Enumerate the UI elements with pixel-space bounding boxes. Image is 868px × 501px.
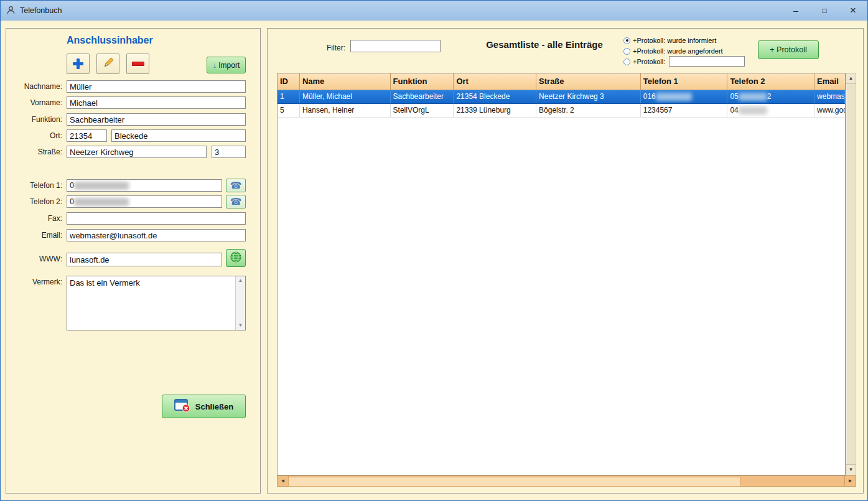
maximize-button[interactable]: □ — [810, 1, 839, 20]
email-field[interactable] — [67, 229, 246, 241]
vermerk-label: Vermerk: — [6, 278, 62, 286]
cell-strasse: Bögelstr. 2 — [536, 104, 641, 117]
protokoll-option-informiert[interactable]: +Protokoll: wurde informiert — [623, 36, 716, 45]
edit-record-button[interactable] — [96, 54, 119, 74]
cell-funktion: StellVOrgL — [391, 104, 454, 117]
column-header-id[interactable]: ID — [278, 73, 300, 90]
redacted-blur — [656, 93, 692, 101]
open-website-button[interactable] — [226, 249, 246, 267]
column-header-name[interactable]: Name — [300, 73, 391, 90]
vertical-scrollbar[interactable]: ▲ ▼ — [846, 73, 856, 475]
protokoll-option-label: +Protokoll: wurde informiert — [633, 37, 716, 44]
download-arrow-icon: ↓ — [213, 60, 217, 70]
ort-label: Ort: — [6, 131, 62, 140]
cell-name: Hansen, Heiner — [300, 104, 391, 117]
dial-telefon1-button[interactable]: ☎ — [226, 179, 246, 192]
add-record-button[interactable] — [67, 54, 90, 74]
titlebar: Telefonbuch – □ × — [1, 1, 867, 21]
nachname-field[interactable] — [67, 80, 246, 93]
scroll-up-icon[interactable]: ▲ — [846, 73, 856, 84]
horizontal-scrollbar[interactable]: ◄ ► — [277, 475, 856, 487]
person-icon — [6, 6, 16, 15]
scroll-right-icon[interactable]: ► — [844, 476, 856, 486]
vorname-field[interactable] — [67, 96, 246, 109]
column-header-strasse[interactable]: Straße — [536, 73, 641, 90]
plz-field[interactable] — [67, 129, 107, 142]
telefon1-field[interactable]: 0 — [67, 179, 222, 192]
scroll-down-icon[interactable]: ▼ — [236, 321, 245, 330]
cell-text: 2 — [767, 92, 772, 101]
vermerk-field[interactable]: Das ist ein Vermerk ▲ ▼ — [67, 276, 246, 330]
phone-icon: ☎ — [230, 196, 242, 207]
plus-icon — [73, 59, 83, 69]
radio-button-icon[interactable] — [623, 59, 630, 65]
scroll-left-icon[interactable]: ◄ — [278, 476, 289, 486]
vertical-scrollbar-thumb[interactable] — [847, 84, 855, 464]
table-header-row: ID Name Funktion Ort Straße Telefon 1 Te… — [278, 73, 845, 90]
gesamtliste-panel: Filter: Gesamtliste - alle Einträge +Pro… — [267, 28, 864, 494]
dial-telefon2-button[interactable]: ☎ — [226, 195, 246, 208]
strasse-label: Straße: — [6, 147, 62, 156]
anschlussinhaber-panel: Anschlussinhaber ↓ Import Nachname: — [6, 28, 261, 494]
globe-icon — [230, 251, 242, 265]
column-header-email[interactable]: Email — [814, 73, 845, 90]
cell-telefon1: 1234567 — [641, 104, 728, 117]
hausnummer-field[interactable] — [212, 146, 246, 158]
app-window: Telefonbuch – □ × Anschlussinhaber — [0, 0, 868, 501]
email-label: Email: — [6, 231, 62, 240]
window-controls: – □ × — [782, 1, 867, 20]
filter-label: Filter: — [305, 44, 345, 52]
filter-input[interactable] — [350, 40, 441, 52]
schliessen-button[interactable]: Schließen — [162, 395, 246, 418]
radio-button-icon[interactable] — [623, 48, 630, 55]
vermerk-text: Das ist ein Vermerk — [70, 278, 234, 288]
fax-field[interactable] — [67, 212, 246, 225]
funktion-field[interactable] — [67, 113, 246, 126]
www-field[interactable] — [67, 253, 222, 266]
pencil-icon — [102, 57, 114, 71]
column-header-telefon1[interactable]: Telefon 1 — [641, 73, 728, 90]
scroll-down-icon[interactable]: ▼ — [846, 464, 856, 475]
cell-funktion: Sachbearbeiter — [391, 90, 454, 103]
cell-text: 016 — [643, 92, 656, 101]
import-button[interactable]: ↓ Import — [207, 57, 246, 73]
minimize-button[interactable]: – — [782, 1, 810, 20]
protokoll-option-label: +Protokoll: wurde angefordert — [633, 47, 723, 55]
cell-telefon2: 04 — [727, 104, 814, 117]
delete-record-button[interactable] — [126, 54, 149, 74]
telefon2-field[interactable]: 0 — [67, 195, 222, 208]
column-header-funktion[interactable]: Funktion — [391, 73, 454, 90]
telefon2-visible-text: 0 — [70, 197, 74, 206]
cell-name: Müller, Michael — [300, 90, 391, 103]
cell-strasse: Neetzer Kirchweg 3 — [536, 90, 641, 103]
protokoll-custom-input[interactable] — [669, 56, 745, 67]
funktion-label: Funktion: — [6, 115, 62, 124]
cell-email: webmast — [814, 90, 845, 103]
contacts-table: ID Name Funktion Ort Straße Telefon 1 Te… — [277, 73, 846, 475]
table-row[interactable]: 5 Hansen, Heiner StellVOrgL 21339 Lünebu… — [278, 104, 845, 118]
cell-text: 04 — [730, 106, 738, 115]
column-header-ort[interactable]: Ort — [454, 73, 536, 90]
scroll-up-icon[interactable]: ▲ — [236, 276, 245, 285]
redacted-blur — [739, 93, 767, 101]
ort-field[interactable] — [111, 129, 246, 142]
cell-text: 05 — [730, 92, 738, 101]
window-title: Telefonbuch — [20, 6, 62, 15]
list-title: Gesamtliste - alle Einträge — [448, 39, 641, 50]
telefon1-label: Telefon 1: — [6, 181, 62, 190]
add-protokoll-button[interactable]: + Protokoll — [758, 40, 819, 59]
cell-ort: 21354 Bleckede — [454, 90, 536, 103]
radio-button-icon[interactable] — [623, 37, 630, 44]
horizontal-scrollbar-thumb[interactable] — [288, 477, 740, 487]
fax-label: Fax: — [6, 214, 62, 223]
protokoll-option-label: +Protokoll: — [633, 58, 665, 65]
protokoll-option-custom[interactable]: +Protokoll: — [623, 57, 665, 66]
table-row-selected[interactable]: 1 Müller, Michael Sachbearbeiter 21354 B… — [278, 90, 845, 104]
close-window-button[interactable]: × — [839, 1, 867, 20]
protokoll-option-angefordert[interactable]: +Protokoll: wurde angefordert — [623, 47, 723, 55]
strasse-field[interactable] — [67, 146, 207, 158]
cell-id: 5 — [278, 104, 300, 117]
column-header-telefon2[interactable]: Telefon 2 — [727, 73, 814, 90]
cell-telefon2: 052 — [727, 90, 814, 103]
cell-ort: 21339 Lüneburg — [454, 104, 536, 117]
